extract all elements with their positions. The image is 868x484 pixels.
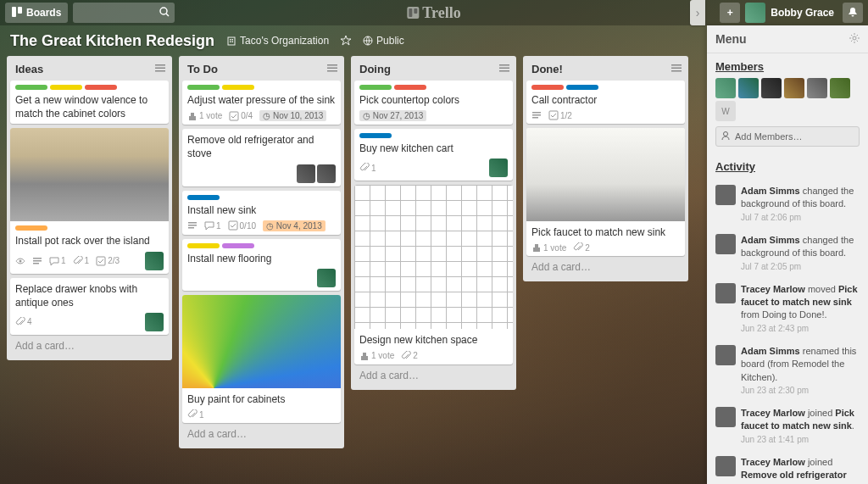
- chevron-right-icon: ›: [696, 6, 700, 19]
- card-member-avatar[interactable]: [489, 159, 508, 177]
- search-icon: [159, 7, 170, 19]
- label-red: [85, 85, 117, 90]
- card-title: Replace drawer knobs with antique ones: [15, 282, 164, 309]
- add-card-button[interactable]: Add a card…: [354, 364, 513, 387]
- star-button[interactable]: [341, 36, 351, 46]
- global-header: Boards Trello + Bobby Grace: [0, 0, 868, 25]
- card-badges: [187, 269, 336, 287]
- card-badges: 1 vote2: [359, 351, 508, 361]
- list-header[interactable]: Doing: [354, 59, 513, 81]
- watch-icon: [15, 256, 25, 266]
- search-input[interactable]: [73, 3, 175, 23]
- list-header[interactable]: Ideas: [10, 59, 169, 81]
- card-labels: [15, 225, 164, 231]
- list-menu-icon[interactable]: [671, 63, 682, 75]
- card-badges: 112/3: [15, 252, 164, 270]
- activity-avatar[interactable]: [715, 345, 736, 365]
- add-card-button[interactable]: Add a card…: [182, 423, 341, 445]
- svg-rect-1: [18, 7, 22, 14]
- card-labels: [359, 133, 508, 138]
- activity-avatar[interactable]: [715, 456, 736, 476]
- card-member-avatar[interactable]: [297, 164, 315, 183]
- add-card-button[interactable]: Add a card…: [526, 256, 685, 278]
- card[interactable]: Replace drawer knobs with antique ones4: [10, 278, 169, 335]
- label-green: [15, 85, 47, 90]
- add-card-button[interactable]: Add a card…: [10, 335, 169, 357]
- activity-avatar[interactable]: [715, 185, 736, 205]
- activity-item: Adam Simms renamed this board (from Remo…: [715, 340, 860, 402]
- card[interactable]: Install new sink10/10◷ Nov 4, 2013: [182, 191, 341, 235]
- votes-badge: 1 vote: [531, 242, 566, 253]
- label-purple: [222, 243, 254, 248]
- card-badges: ◷ Nov 27, 2013: [359, 110, 508, 121]
- activity-avatar[interactable]: [715, 234, 736, 254]
- member-avatar[interactable]: [738, 78, 759, 98]
- activity-feed[interactable]: Adam Simms changed the background of thi…: [707, 180, 868, 484]
- activity-item: Tracey Marlow joined Remove old refriger…: [715, 451, 860, 484]
- board-icon: [12, 7, 22, 19]
- boards-button[interactable]: Boards: [5, 3, 68, 23]
- label-blue: [359, 133, 392, 138]
- activity-avatar[interactable]: [715, 283, 736, 303]
- card[interactable]: Buy new kitchen cart1: [354, 129, 513, 181]
- svg-rect-34: [532, 117, 538, 119]
- activity-text: Tracey Marlow joined Remove old refriger…: [741, 456, 860, 484]
- svg-rect-12: [155, 70, 165, 72]
- svg-rect-21: [230, 112, 238, 120]
- card[interactable]: Install pot rack over the island112/3: [10, 128, 169, 273]
- card[interactable]: Buy paint for cabinets1: [182, 295, 341, 423]
- card-member-avatar[interactable]: [145, 252, 164, 270]
- svg-point-36: [853, 36, 856, 40]
- list-menu-icon[interactable]: [499, 63, 509, 75]
- list-menu-icon[interactable]: [327, 63, 337, 75]
- activity-text: Tracey Marlow joined Pick faucet to matc…: [741, 407, 860, 446]
- card-badges: 4: [15, 313, 164, 331]
- card[interactable]: Pick countertop colors◷ Nov 27, 2013: [354, 81, 513, 125]
- list: DoingPick countertop colors◷ Nov 27, 201…: [351, 56, 516, 390]
- attachment-badge: 1: [187, 409, 204, 420]
- card[interactable]: Call contractor1/2: [526, 81, 685, 124]
- card[interactable]: Design new kitchen space 1 vote2: [354, 185, 513, 364]
- member-avatar[interactable]: [715, 78, 736, 98]
- menu-toggle-button[interactable]: ›: [690, 0, 705, 25]
- card-member-avatar[interactable]: [317, 164, 336, 183]
- member-avatar[interactable]: [830, 78, 850, 98]
- list-header[interactable]: Done!: [526, 59, 685, 81]
- member-avatar[interactable]: [807, 78, 827, 98]
- add-members-button[interactable]: Add Members…: [715, 126, 860, 147]
- card[interactable]: Remove old refrigerator and stove: [182, 129, 341, 186]
- add-button[interactable]: +: [720, 3, 740, 23]
- list-header[interactable]: To Do: [182, 59, 341, 81]
- checklist-badge: 1/2: [548, 110, 572, 120]
- user-avatar[interactable]: [745, 3, 765, 23]
- list-menu-icon[interactable]: [155, 63, 165, 75]
- trello-logo[interactable]: Trello: [407, 4, 460, 22]
- svg-rect-19: [327, 68, 337, 70]
- label-orange: [15, 225, 47, 231]
- card[interactable]: Adjust water pressure of the sink 1 vote…: [182, 81, 341, 125]
- activity-avatar[interactable]: [715, 407, 736, 427]
- svg-rect-0: [12, 7, 16, 17]
- notifications-button[interactable]: [843, 3, 863, 23]
- card-member-avatar[interactable]: [317, 269, 336, 287]
- gear-icon[interactable]: [849, 32, 860, 46]
- board-org[interactable]: Taco's Organization: [226, 35, 329, 47]
- svg-rect-11: [155, 68, 165, 70]
- visibility-button[interactable]: Public: [363, 35, 404, 47]
- members-heading: Members: [715, 60, 860, 73]
- svg-rect-25: [229, 221, 237, 230]
- member-avatar[interactable]: [784, 78, 804, 98]
- card-badges: 10/10◷ Nov 4, 2013: [187, 220, 336, 231]
- votes-badge: 1 vote: [359, 351, 394, 361]
- card[interactable]: Install new flooring: [182, 239, 341, 291]
- board-title[interactable]: The Great Kitchen Redesign: [10, 32, 214, 50]
- activity-text: Adam Simms changed the background of thi…: [741, 185, 860, 224]
- label-green: [187, 85, 220, 90]
- card[interactable]: Get a new window valence to match the ca…: [10, 81, 169, 124]
- card[interactable]: Pick faucet to match new sink 1 vote2: [526, 128, 685, 256]
- card-title: Adjust water pressure of the sink: [187, 93, 336, 107]
- member-avatar[interactable]: [761, 78, 782, 98]
- member-avatar[interactable]: W: [715, 101, 736, 121]
- card-member-avatar[interactable]: [145, 313, 164, 331]
- username-label[interactable]: Bobby Grace: [771, 7, 837, 19]
